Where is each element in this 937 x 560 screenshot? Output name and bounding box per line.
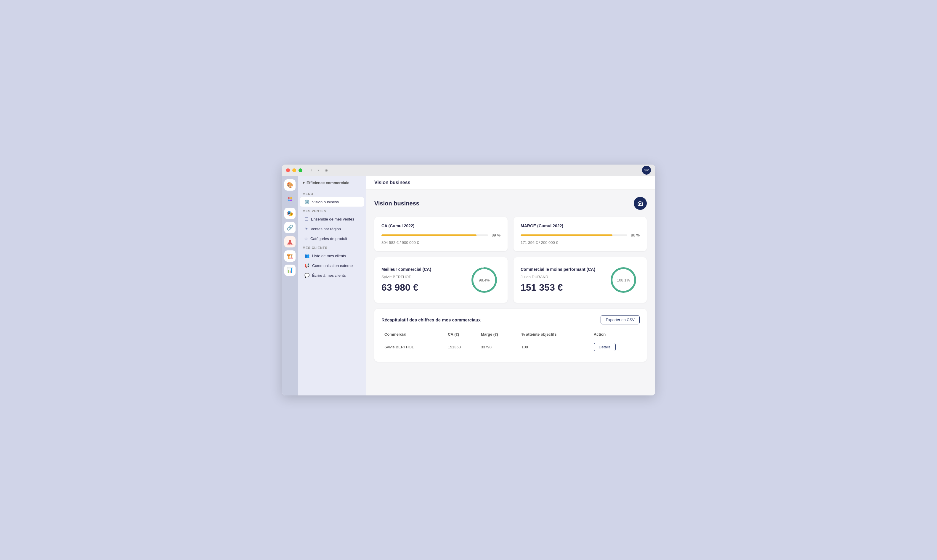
app-body: 🎨 🎭 🔗 CLIENT 🏗️ 📊 bbox=[282, 176, 655, 395]
col-marge: Marge (€) bbox=[478, 330, 519, 339]
sidebar: ▾ Efficience commerciale MENU ⚙️ Vision … bbox=[298, 176, 366, 395]
table-section: Récapitulatif des chiffres de mes commer… bbox=[374, 309, 647, 362]
cell-ca: 151353 bbox=[445, 339, 478, 355]
col-action: Action bbox=[591, 330, 640, 339]
table-header-row-el: Commercial CA (€) Marge (€) % atteinte o… bbox=[381, 330, 640, 339]
content-area: Vision business CA (Cumul 2022) bbox=[366, 190, 655, 369]
marge-progress-pct: 86 % bbox=[631, 233, 640, 237]
rail-icon-build[interactable]: 🏗️ bbox=[284, 251, 296, 262]
home-button[interactable] bbox=[634, 197, 647, 210]
svg-text:CLIENT: CLIENT bbox=[287, 244, 293, 245]
minimize-button[interactable] bbox=[292, 168, 296, 172]
app-name[interactable]: ▾ Efficience commerciale bbox=[298, 180, 366, 190]
worst-commercial-gauge: 108.1% bbox=[607, 264, 640, 296]
maximize-button[interactable] bbox=[299, 168, 302, 172]
ca-title: CA (Cumul 2022) bbox=[381, 223, 501, 228]
best-commercial-value: 63 980 € bbox=[381, 282, 431, 293]
col-pct: % atteinte objectifs bbox=[519, 330, 591, 339]
plane-icon: ✈ bbox=[304, 226, 308, 231]
page-title: Vision business bbox=[374, 200, 419, 207]
svg-point-1 bbox=[290, 197, 292, 199]
ca-values: 804 582 € / 900 000 € bbox=[381, 240, 501, 245]
mes-ventes-section-label: MES VENTES bbox=[298, 207, 366, 214]
nav-controls: ‹ › ⊞ bbox=[311, 168, 328, 173]
ca-progress-bar bbox=[381, 234, 488, 236]
best-commercial-card: Meilleur commercial (CA) Sylvie BERTHOD … bbox=[374, 257, 508, 303]
table-row: Sylvie BERTHOD 151353 33798 108 Détails bbox=[381, 339, 640, 355]
marge-title: MARGE (Cumul 2022) bbox=[521, 223, 640, 228]
cell-marge: 33798 bbox=[478, 339, 519, 355]
commercials-table: Commercial CA (€) Marge (€) % atteinte o… bbox=[381, 330, 640, 355]
rail-icon-chain[interactable]: 🔗 bbox=[284, 222, 296, 233]
ca-progress-pct: 89 % bbox=[492, 233, 501, 237]
forward-icon[interactable]: › bbox=[317, 168, 319, 173]
sidebar-item-communication[interactable]: 📢 Communication externe bbox=[300, 261, 364, 270]
cell-commercial: Sylvie BERTHOD bbox=[381, 339, 445, 355]
icon-rail: 🎨 🎭 🔗 CLIENT 🏗️ 📊 bbox=[282, 176, 298, 395]
tag-icon: ◇ bbox=[304, 236, 308, 241]
ca-progress-fill bbox=[381, 234, 476, 236]
sidebar-item-ventes-region[interactable]: ✈ Ventes par région bbox=[300, 224, 364, 234]
details-button[interactable]: Détails bbox=[594, 343, 616, 351]
worst-commercial-name: Julien DURAND bbox=[521, 275, 595, 279]
rail-icon-app2[interactable]: 🎭 bbox=[284, 208, 296, 219]
sidebar-item-liste-clients[interactable]: 👥 Liste de mes clients bbox=[300, 251, 364, 260]
best-gauge-label: 98.4% bbox=[479, 278, 490, 282]
chat-icon: 💬 bbox=[304, 273, 310, 278]
best-commercial-gauge: 98.4% bbox=[468, 264, 501, 296]
table-body: Sylvie BERTHOD 151353 33798 108 Détails bbox=[381, 339, 640, 355]
metrics-cards-row: CA (Cumul 2022) 89 % 804 582 € / 900 000… bbox=[374, 217, 647, 251]
col-commercial: Commercial bbox=[381, 330, 445, 339]
svg-point-0 bbox=[288, 197, 290, 199]
sidebar-item-ensemble-ventes[interactable]: ☰ Ensemble de mes ventes bbox=[300, 214, 364, 224]
table-header-row: Récapitulatif des chiffres de mes commer… bbox=[381, 315, 640, 325]
cell-action: Détails bbox=[591, 339, 640, 355]
best-commercial-title: Meilleur commercial (CA) bbox=[381, 267, 431, 272]
gear-icon: ⚙️ bbox=[304, 200, 310, 204]
ca-progress-row: 89 % bbox=[381, 233, 501, 237]
home-icon bbox=[637, 200, 643, 206]
app-window: ‹ › ⊞ SP 🎨 🎭 🔗 CL bbox=[282, 165, 655, 395]
chevron-down-icon: ▾ bbox=[303, 180, 305, 185]
worst-commercial-card: Commercial le moins performant (CA) Juli… bbox=[513, 257, 647, 303]
ca-card: CA (Cumul 2022) 89 % 804 582 € / 900 000… bbox=[374, 217, 508, 251]
worst-gauge-label: 108.1% bbox=[617, 278, 630, 282]
table-title: Récapitulatif des chiffres de mes commer… bbox=[381, 317, 481, 322]
cell-pct: 108 bbox=[519, 339, 591, 355]
users-icon: 👥 bbox=[304, 253, 310, 258]
worst-commercial-title: Commercial le moins performant (CA) bbox=[521, 267, 595, 272]
user-avatar[interactable]: SP bbox=[642, 166, 651, 175]
rail-icon-chart[interactable]: 📊 bbox=[284, 265, 296, 276]
sidebar-item-vision-business[interactable]: ⚙️ Vision business bbox=[300, 197, 364, 206]
best-commercial-name: Sylvie BERTHOD bbox=[381, 275, 431, 279]
sidebar-item-categories-produit[interactable]: ◇ Catégories de produit bbox=[300, 234, 364, 243]
rail-icon-clients[interactable]: CLIENT bbox=[284, 236, 296, 248]
sidebar-item-ecrire-clients[interactable]: 💬 Écrire à mes clients bbox=[300, 271, 364, 280]
main-content: Vision business Vision business bbox=[366, 176, 655, 395]
marge-progress-fill bbox=[521, 234, 612, 236]
svg-point-4 bbox=[289, 240, 291, 242]
titlebar: ‹ › ⊞ SP bbox=[282, 165, 655, 176]
close-button[interactable] bbox=[286, 168, 290, 172]
page-header: Vision business bbox=[366, 176, 655, 190]
best-commercial-left: Meilleur commercial (CA) Sylvie BERTHOD … bbox=[381, 267, 431, 293]
rail-icon-dots[interactable] bbox=[284, 194, 296, 205]
col-ca: CA (€) bbox=[445, 330, 478, 339]
megaphone-icon: 📢 bbox=[304, 263, 310, 268]
content-title-row: Vision business bbox=[374, 197, 647, 210]
marge-values: 171 396 € / 200 000 € bbox=[521, 240, 640, 245]
list-icon: ☰ bbox=[304, 217, 308, 222]
mes-clients-section-label: MES CLIENTS bbox=[298, 244, 366, 251]
grid-icon[interactable]: ⊞ bbox=[325, 168, 328, 173]
marge-progress-bar bbox=[521, 234, 627, 236]
marge-card: MARGE (Cumul 2022) 86 % 171 396 € / 200 … bbox=[513, 217, 647, 251]
back-icon[interactable]: ‹ bbox=[311, 168, 312, 173]
marge-progress-row: 86 % bbox=[521, 233, 640, 237]
table-head: Commercial CA (€) Marge (€) % atteinte o… bbox=[381, 330, 640, 339]
export-csv-button[interactable]: Exporter en CSV bbox=[601, 315, 640, 325]
svg-point-2 bbox=[288, 200, 290, 201]
rail-icon-colorful[interactable]: 🎨 bbox=[284, 179, 296, 191]
worst-commercial-value: 151 353 € bbox=[521, 282, 595, 293]
menu-section-label: MENU bbox=[298, 190, 366, 197]
svg-point-3 bbox=[290, 200, 292, 201]
